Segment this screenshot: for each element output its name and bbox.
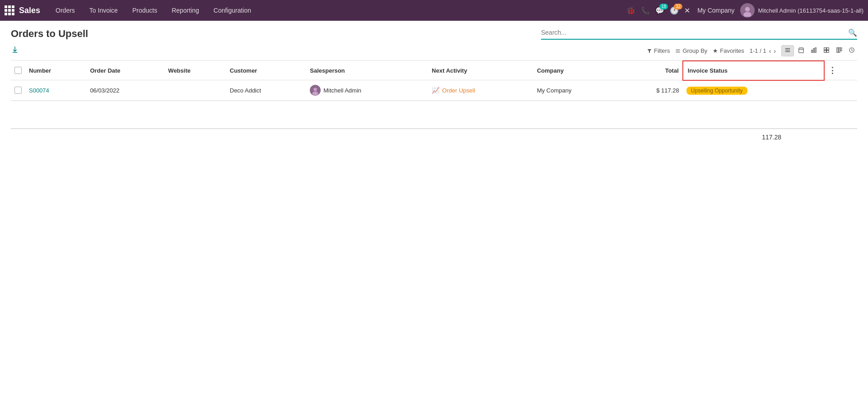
app-grid-icon[interactable] [5, 5, 14, 15]
row-extra [824, 80, 857, 101]
svg-rect-23 [840, 48, 842, 51]
top-navigation: Sales Orders To Invoice Products Reporti… [0, 0, 868, 21]
search-icon[interactable]: 🔍 [848, 28, 857, 37]
pagination-text: 1-1 / 1 [750, 47, 766, 54]
row-company: My Company [533, 80, 620, 101]
upselling-opportunity-badge: Upselling Opportunity [686, 87, 747, 95]
user-avatar [740, 3, 755, 18]
col-header-customer[interactable]: Customer [226, 61, 306, 80]
row-checkbox-cell [11, 80, 25, 101]
nav-reporting[interactable]: Reporting [165, 4, 205, 17]
user-menu[interactable]: Mitchell Admin (16113754-saas-15-1-all) [740, 3, 863, 18]
favorites-button[interactable]: ★ Favorites [713, 47, 744, 54]
search-bar: 🔍 [541, 28, 857, 40]
search-input[interactable] [541, 29, 848, 36]
toolbar-right: Filters Group By ★ Favorites 1-1 / 1 ‹ › [647, 45, 857, 56]
company-label: My Company [697, 7, 734, 14]
svg-point-26 [314, 88, 317, 91]
main-menu: Orders To Invoice Products Reporting Con… [49, 4, 626, 17]
column-options-icon[interactable]: ⋮ [828, 66, 836, 75]
salesperson-avatar [310, 85, 321, 96]
row-website [164, 80, 226, 101]
groupby-button[interactable]: Group By [675, 47, 707, 54]
col-header-invoice-status[interactable]: Invoice Status [683, 61, 824, 80]
footer-total-value: 117.28 [762, 134, 854, 141]
page-title: Orders to Upsell [11, 28, 541, 40]
svg-rect-16 [815, 48, 816, 53]
clock-icon[interactable]: 🕐 32 [670, 6, 679, 15]
col-header-next-activity[interactable]: Next Activity [428, 61, 533, 80]
svg-point-1 [745, 7, 750, 12]
col-header-website[interactable]: Website [164, 61, 226, 80]
svg-rect-22 [839, 48, 840, 53]
nav-orders[interactable]: Orders [49, 4, 81, 17]
chat-icon[interactable]: 💬 18 [655, 6, 664, 15]
pagination-next[interactable]: › [774, 47, 776, 55]
svg-marker-3 [648, 49, 652, 53]
svg-rect-20 [827, 51, 829, 53]
nav-to-invoice[interactable]: To Invoice [83, 4, 124, 17]
close-icon[interactable]: ✕ [684, 6, 690, 15]
main-content: Orders to Upsell 🔍 Filters Group By [0, 21, 868, 402]
page-header: Orders to Upsell 🔍 [11, 28, 857, 40]
svg-rect-19 [824, 51, 826, 53]
table-bottom-divider [11, 101, 857, 101]
topnav-icons: 🐞 📞 💬 18 🕐 32 ✕ My Company Mitchell Admi… [626, 3, 863, 18]
filters-button[interactable]: Filters [647, 47, 670, 54]
download-button[interactable] [11, 46, 19, 56]
header-checkbox-cell [11, 61, 25, 80]
col-header-number[interactable]: Number [25, 61, 86, 80]
footer-total-row: 117.28 [11, 129, 857, 145]
row-next-activity: 📈 Order Upsell [428, 80, 533, 101]
row-checkbox[interactable] [14, 87, 22, 94]
svg-rect-14 [812, 50, 812, 52]
svg-rect-10 [799, 48, 804, 53]
activity-view-icon[interactable] [846, 46, 857, 56]
table-row: S00074 06/03/2022 Deco Addict [11, 80, 857, 101]
col-header-company[interactable]: Company [533, 61, 620, 80]
col-header-salesperson[interactable]: Salesperson [306, 61, 428, 80]
col-header-kebab[interactable]: ⋮ [824, 61, 857, 80]
list-view-icon[interactable] [781, 45, 794, 56]
bar-chart-view-icon[interactable] [808, 46, 819, 56]
row-order-date: 06/03/2022 [86, 80, 164, 101]
row-customer: Deco Addict [226, 80, 306, 101]
pagination-prev[interactable]: ‹ [769, 47, 771, 55]
table-header-row: Number Order Date Website Customer Sales… [11, 61, 857, 80]
pagination: 1-1 / 1 ‹ › [750, 47, 776, 55]
view-icons [781, 45, 857, 56]
col-header-order-date[interactable]: Order Date [86, 61, 164, 80]
grid-view-icon[interactable] [821, 46, 832, 56]
row-salesperson: Mitchell Admin [306, 80, 428, 101]
bug-icon[interactable]: 🐞 [626, 6, 635, 15]
orders-table: Number Order Date Website Customer Sales… [11, 60, 857, 101]
upsell-trend-icon: 📈 [432, 87, 439, 94]
chat-badge: 18 [659, 4, 668, 9]
clock-badge: 32 [674, 4, 682, 9]
row-invoice-status: Upselling Opportunity [683, 80, 824, 101]
svg-rect-17 [824, 48, 826, 50]
kanban-view-icon[interactable] [834, 46, 845, 56]
row-total: $ 117.28 [620, 80, 682, 101]
col-header-total[interactable]: Total [620, 61, 682, 80]
toolbar: Filters Group By ★ Favorites 1-1 / 1 ‹ › [11, 45, 857, 56]
user-name-label: Mitchell Admin (16113754-saas-15-1-all) [758, 7, 863, 14]
nav-configuration[interactable]: Configuration [207, 4, 257, 17]
phone-icon[interactable]: 📞 [641, 6, 650, 15]
nav-products[interactable]: Products [126, 4, 163, 17]
svg-rect-21 [837, 48, 838, 53]
select-all-checkbox[interactable] [14, 67, 22, 74]
toolbar-left [11, 46, 19, 56]
svg-rect-18 [827, 48, 829, 50]
brand-label[interactable]: Sales [19, 6, 40, 15]
calendar-view-icon[interactable] [796, 46, 807, 56]
row-number[interactable]: S00074 [25, 80, 86, 101]
svg-rect-15 [813, 49, 814, 53]
